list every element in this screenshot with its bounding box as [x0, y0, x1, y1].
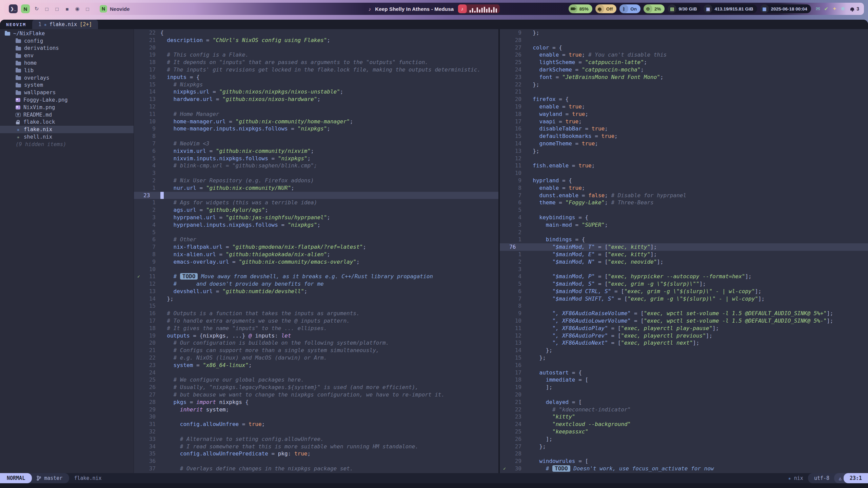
- tree-item-wallpapers[interactable]: wallpapers: [0, 89, 134, 96]
- tree-item-flake-lock[interactable]: flake.lock: [0, 119, 134, 126]
- code-line[interactable]: 13 devshell.url = "github:numtide/devshe…: [134, 288, 498, 295]
- code-line[interactable]: 22 # e.g. NixOS (linux) and MacOS (darwi…: [134, 354, 498, 362]
- code-line[interactable]: 26 ];: [500, 435, 868, 443]
- code-line[interactable]: 17 # The inputs' git revisions get locke…: [134, 66, 498, 74]
- code-line[interactable]: 30: [134, 413, 498, 421]
- workspace-3[interactable]: ↻: [33, 4, 40, 13]
- code-line[interactable]: 4 "$mainMod, P" = ["exec, hyprpicker --a…: [500, 273, 868, 280]
- code-line[interactable]: 16 inputs = {: [134, 74, 498, 81]
- code-line[interactable]: ✓11 # TODO Move away from devshell, as i…: [134, 273, 498, 280]
- code-line[interactable]: 2 # Nix User Repository (e.g. Firefox ad…: [134, 177, 498, 184]
- code-line[interactable]: 9 emacs-overlay.url = "github:nix-commun…: [134, 258, 498, 266]
- code-line[interactable]: 4 keybindings = {: [500, 214, 868, 221]
- code-line[interactable]: 15: [134, 302, 498, 310]
- code-line[interactable]: 20: [134, 44, 498, 52]
- tree-item-readme-md[interactable]: MREADME.md: [0, 111, 134, 119]
- code-line[interactable]: 31 config.allowUnfree = true;: [134, 421, 498, 428]
- code-line[interactable]: 22{: [134, 29, 498, 37]
- code-line[interactable]: 9 home-manager.inputs.nixpkgs.follows = …: [134, 125, 498, 133]
- code-line[interactable]: 28 pkgs = import nixpkgs {: [134, 399, 498, 406]
- tree-item-flake-nix[interactable]: ✳flake.nix: [0, 126, 134, 133]
- code-line[interactable]: 12: [134, 103, 498, 110]
- code-line[interactable]: 1 nur.url = "github:nix-community/NUR";: [134, 184, 498, 192]
- code-line[interactable]: 1 # Ags for widgets (this was a terrible…: [134, 199, 498, 206]
- code-line[interactable]: 24 "nextcloud --background": [500, 421, 868, 428]
- notifications-module[interactable]: Off: [595, 4, 617, 13]
- git-branch[interactable]: master: [27, 473, 69, 483]
- code-line[interactable]: 16 # Outputs is a function that takes th…: [134, 310, 498, 317]
- code-line[interactable]: 13 ", XF86AudioNext" = ["exec, playerctl…: [500, 339, 868, 347]
- code-line[interactable]: 16 disableTabBar = true;: [500, 125, 868, 133]
- code-line[interactable]: 3: [134, 169, 498, 177]
- code-line[interactable]: 7 "$mainMod SHIFT, S" = ["exec, grim -g …: [500, 295, 868, 303]
- clock-module[interactable]: ▦2025-06-18 00:04: [760, 4, 811, 13]
- code-line[interactable]: 15 };: [500, 354, 868, 362]
- code-line[interactable]: 37 # Overlays define changes in the nixp…: [134, 465, 498, 472]
- tree-item--nixflake[interactable]: ~/NixFlake: [0, 30, 134, 37]
- code-line[interactable]: 32: [134, 428, 498, 435]
- code-line[interactable]: 21: [500, 88, 868, 96]
- code-line[interactable]: 19 # This config is a Flake.: [134, 51, 498, 59]
- code-line[interactable]: 29 windowrules = [: [500, 458, 868, 465]
- workspace-5[interactable]: □: [54, 4, 60, 13]
- code-line[interactable]: ✓30 # TODO Doesn't work, use focus_on_ac…: [500, 465, 868, 472]
- tree-item-nixvim-png[interactable]: NixVim.png: [0, 104, 134, 111]
- code-line[interactable]: 35 config.allowUnfreePredicate = pkg: tr…: [134, 450, 498, 458]
- workspace-terminal[interactable]: ❯_: [9, 4, 18, 13]
- code-line[interactable]: 33 # Alternative to setting config.allow…: [134, 435, 498, 443]
- code-line[interactable]: 6 nixvim.url = "github:nix-community/nix…: [134, 147, 498, 155]
- code-line[interactable]: 19 outputs = {nixpkgs, ...} @ inputs: le…: [134, 332, 498, 340]
- code-line[interactable]: 25 # We configure our global packages he…: [134, 376, 498, 384]
- code-line[interactable]: 25 "keepassxc": [500, 428, 868, 435]
- code-line[interactable]: 18 wayland = true;: [500, 110, 868, 118]
- code-line[interactable]: 19 enable = true;: [500, 103, 868, 110]
- tree-item-shell-nix[interactable]: ✳shell.nix: [0, 133, 134, 141]
- code-line[interactable]: 21 # Configs can support more than a sin…: [134, 347, 498, 354]
- code-line[interactable]: 5: [134, 229, 498, 236]
- workspace-4[interactable]: □: [43, 4, 50, 13]
- code-line[interactable]: 12: [500, 155, 868, 162]
- buffer-tab[interactable]: 1 ✳ flake.nix [2+]: [32, 20, 98, 29]
- code-line[interactable]: 8 enable = true;: [500, 184, 868, 192]
- code-line[interactable]: 10 ", XF86AudioLowerVolume" = ["exec, wp…: [500, 317, 868, 325]
- tree-item-system[interactable]: system: [0, 82, 134, 89]
- code-line[interactable]: 9 hyprland = {: [500, 177, 868, 184]
- code-line[interactable]: 7 nix-flatpak.url = "github:gmodena/nix-…: [134, 243, 498, 251]
- code-line[interactable]: 23 system = "x86_64-linux";: [134, 362, 498, 369]
- code-line[interactable]: 27 };: [500, 443, 868, 450]
- code-line[interactable]: 23 font = "JetBrainsMono Nerd Font Mono"…: [500, 74, 868, 81]
- code-line[interactable]: 24 darkScheme = "catppuccin-mocha";: [500, 66, 868, 74]
- code-line[interactable]: 13 };: [500, 147, 868, 155]
- code-line[interactable]: 28: [500, 450, 868, 458]
- code-line[interactable]: 14 };: [500, 347, 868, 354]
- workspace-8[interactable]: □: [84, 4, 91, 13]
- disk-module[interactable]: ▣413.19/915.81 GiB: [704, 4, 757, 13]
- workspace-neovide[interactable]: N: [21, 4, 30, 13]
- code-line[interactable]: 24: [134, 369, 498, 377]
- code-line[interactable]: 6 # Other: [134, 236, 498, 243]
- code-line[interactable]: 29 inherit system;: [134, 406, 498, 413]
- code-line[interactable]: 23: [134, 192, 498, 199]
- cpu-module[interactable]: ⚙2%: [644, 4, 665, 13]
- code-line[interactable]: 9 };: [500, 29, 868, 37]
- tree-item-derivations[interactable]: derivations: [0, 45, 134, 52]
- code-line[interactable]: 11 ", XF86AudioPlay" = ["exec, playerctl…: [500, 325, 868, 332]
- code-line[interactable]: 76 "$mainMod, T" = ["exec, kitty"];: [500, 243, 868, 251]
- tree-item-config[interactable]: config: [0, 37, 134, 45]
- code-line[interactable]: 10: [134, 266, 498, 273]
- code-line[interactable]: 5 nixvim.inputs.nixpkgs.follows = "nixpk…: [134, 155, 498, 162]
- code-line[interactable]: 7 # NeoVim <3: [134, 140, 498, 147]
- code-line[interactable]: 2 ags.url = "github:Aylur/ags";: [134, 206, 498, 214]
- code-line[interactable]: 27 color = {: [500, 44, 868, 52]
- tree-item-foggy-lake-png[interactable]: Foggy-Lake.png: [0, 96, 134, 104]
- code-line[interactable]: 27 # but because we want to change the n…: [134, 391, 498, 399]
- code-line[interactable]: 8: [500, 302, 868, 310]
- notification-bell-module[interactable]: 3: [850, 6, 859, 12]
- code-line[interactable]: 18 # It gives the name "inputs" to the .…: [134, 325, 498, 332]
- tree-item-env[interactable]: env: [0, 52, 134, 59]
- window-title-module[interactable]: N Neovide: [100, 5, 130, 13]
- code-line[interactable]: 11 fish.enable = true;: [500, 162, 868, 169]
- code-line[interactable]: 26 # Usually, "nixpkgs.legacyPackages.${…: [134, 384, 498, 391]
- workspace-7[interactable]: ◉: [74, 4, 81, 13]
- code-line[interactable]: 5: [500, 206, 868, 214]
